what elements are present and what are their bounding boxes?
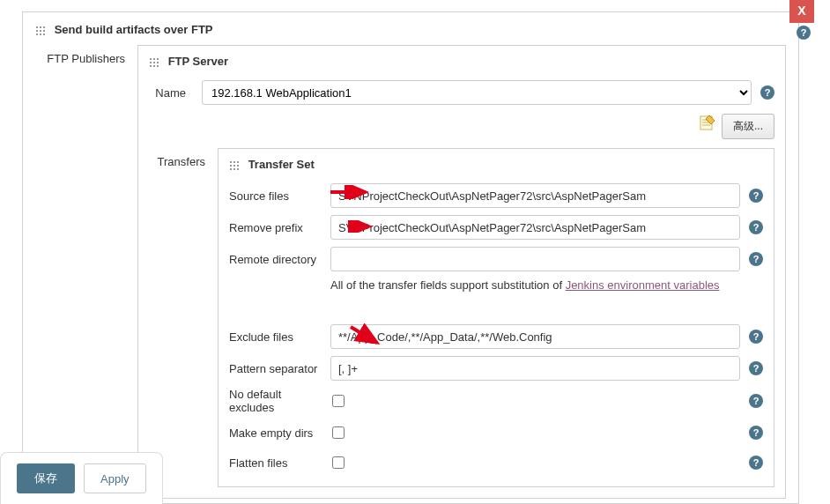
remote-directory-input[interactable]: [330, 247, 740, 271]
transfer-set-title: Transfer Set: [248, 158, 315, 171]
remove-prefix-label: Remove prefix: [229, 221, 330, 234]
transfer-set-header: Transfer Set: [219, 149, 774, 180]
help-icon[interactable]: ?: [749, 361, 763, 375]
build-step-panel: Send build artifacts over FTP FTP Publis…: [22, 11, 799, 504]
help-icon[interactable]: ?: [749, 189, 763, 203]
help-icon[interactable]: ?: [749, 330, 763, 344]
ftp-publishers-label: FTP Publishers: [23, 45, 137, 65]
pattern-separator-input[interactable]: [330, 356, 740, 381]
flatten-files-checkbox[interactable]: [332, 456, 345, 469]
source-files-input[interactable]: [330, 183, 740, 208]
source-files-label: Source files: [229, 189, 330, 203]
ftp-server-name-select[interactable]: 192.168.1 WebApplication1: [202, 80, 752, 105]
help-icon[interactable]: ?: [760, 85, 774, 100]
ftp-server-title: FTP Server: [168, 55, 228, 68]
apply-button[interactable]: Apply: [84, 463, 146, 493]
exclude-files-label: Exclude files: [229, 330, 330, 344]
help-icon-top[interactable]: ?: [788, 26, 811, 40]
make-empty-dirs-label: Make empty dirs: [229, 426, 330, 440]
help-icon[interactable]: ?: [749, 426, 763, 440]
help-icon[interactable]: ?: [749, 394, 763, 408]
notepad-icon[interactable]: [699, 114, 716, 131]
bottom-action-bar: 保存 Apply: [0, 452, 163, 504]
pattern-separator-label: Pattern separator: [229, 362, 330, 375]
drag-handle-icon[interactable]: [229, 160, 240, 171]
no-default-excludes-label: No default excludes: [229, 388, 330, 414]
ftp-server-panel: FTP Server Name 192.168.1 WebApplication…: [137, 45, 786, 499]
help-icon[interactable]: ?: [749, 252, 763, 266]
help-icon[interactable]: ?: [749, 220, 763, 234]
drag-handle-icon[interactable]: [149, 57, 159, 68]
advanced-button[interactable]: 高级...: [722, 114, 774, 139]
drag-handle-icon[interactable]: [35, 26, 46, 36]
env-vars-link[interactable]: Jenkins environment variables: [566, 278, 720, 292]
section-header: Send build artifacts over FTP: [23, 12, 798, 45]
name-label: Name: [149, 86, 202, 100]
save-button[interactable]: 保存: [17, 463, 75, 493]
close-button[interactable]: X: [789, 0, 814, 23]
exclude-files-input[interactable]: [330, 324, 740, 349]
remote-directory-label: Remote directory: [229, 253, 330, 266]
ftp-server-header: FTP Server: [138, 46, 785, 77]
make-empty-dirs-checkbox[interactable]: [332, 426, 345, 439]
remove-prefix-input[interactable]: [330, 215, 740, 240]
transfer-help-text: All of the transfer fields support subst…: [330, 278, 720, 292]
section-title: Send build artifacts over FTP: [55, 23, 213, 36]
flatten-files-label: Flatten files: [229, 456, 330, 470]
help-icon[interactable]: ?: [749, 456, 763, 470]
transfer-set-panel: Transfer Set Source files ? Remove prefi…: [218, 148, 774, 487]
transfers-label: Transfers: [138, 148, 218, 168]
no-default-excludes-checkbox[interactable]: [332, 395, 345, 407]
